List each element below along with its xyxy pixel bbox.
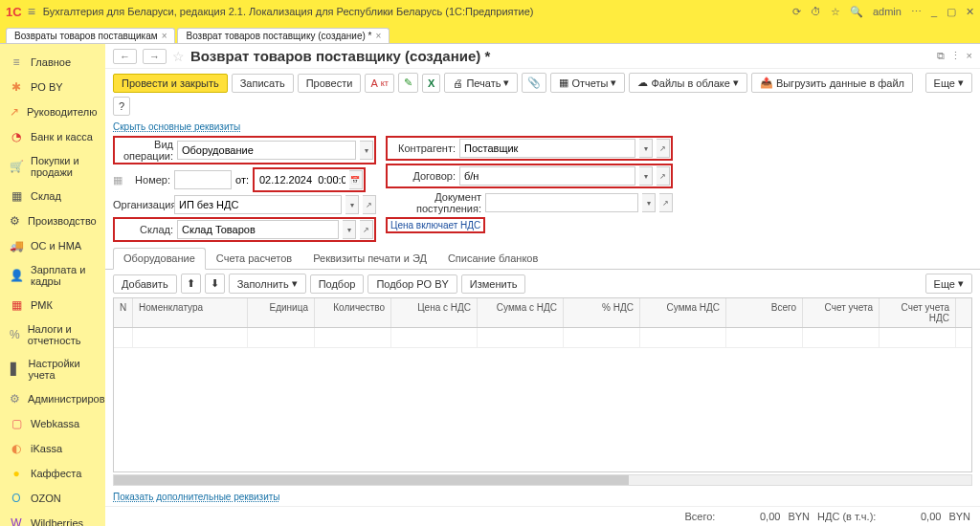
grid-column-header[interactable]: Номенклатура: [133, 298, 248, 327]
dropdown-icon[interactable]: ▾: [639, 139, 653, 158]
tab-close-icon[interactable]: ×: [376, 31, 382, 41]
warehouse-input[interactable]: [177, 220, 339, 239]
grid-column-header[interactable]: Счет учета НДС: [880, 298, 956, 327]
pick-po-button[interactable]: Подбор PO BY: [368, 274, 457, 294]
operation-input[interactable]: [177, 141, 356, 160]
open-icon[interactable]: ↗: [657, 139, 670, 158]
maximize-icon[interactable]: ▢: [947, 6, 956, 18]
receipt-input[interactable]: [485, 193, 638, 212]
help-button[interactable]: ?: [113, 97, 130, 116]
minimize-icon[interactable]: _: [931, 6, 937, 17]
favorite-icon[interactable]: ☆: [831, 6, 840, 18]
user-label[interactable]: admin: [873, 6, 902, 17]
horizontal-scrollbar[interactable]: [113, 474, 972, 486]
sidebar-item[interactable]: ⚙Администрирование: [0, 386, 105, 411]
sidebar-item[interactable]: %Налоги и отчетность: [0, 318, 105, 352]
sidebar-item[interactable]: ≡Главное: [0, 50, 105, 75]
sidebar-item[interactable]: WWildberries: [0, 511, 105, 526]
move-down-button[interactable]: ⬇: [205, 274, 225, 294]
fill-button[interactable]: Заполнить ▾: [229, 274, 306, 294]
date-input[interactable]: [256, 170, 349, 189]
options-icon[interactable]: ⋯: [911, 6, 922, 18]
doc-tab[interactable]: Счета расчетов: [206, 248, 302, 269]
search-icon[interactable]: 🔍: [850, 6, 863, 18]
open-icon[interactable]: ↗: [363, 195, 376, 214]
excel-button[interactable]: X: [422, 74, 440, 93]
sidebar-item[interactable]: ▦Склад: [0, 184, 105, 208]
pick-button[interactable]: Подбор: [310, 274, 365, 294]
barcode-icon[interactable]: ▦: [113, 174, 128, 186]
price-includes-vat-link[interactable]: Цена включает НДС: [386, 217, 485, 233]
grid-column-header[interactable]: Счет учета: [803, 298, 880, 327]
sidebar-item[interactable]: ▋Настройки учета: [0, 352, 105, 386]
print-button[interactable]: 🖨 Печать ▾: [444, 73, 518, 93]
post-and-close-button[interactable]: Провести и закрыть: [113, 74, 228, 93]
calendar-icon[interactable]: 📅: [349, 170, 363, 189]
dropdown-icon[interactable]: ▾: [639, 166, 653, 186]
doc-tab[interactable]: Списание бланков: [437, 248, 548, 269]
sidebar-item[interactable]: OOZON: [0, 486, 105, 511]
open-icon[interactable]: ↗: [360, 220, 373, 239]
org-input[interactable]: [174, 195, 342, 214]
sidebar-item[interactable]: ◐iKassa: [0, 436, 105, 461]
post-button[interactable]: Провести: [298, 74, 362, 93]
favorite-star-icon[interactable]: ☆: [172, 49, 185, 64]
show-additional-link[interactable]: Показать дополнительные реквизиты: [105, 488, 980, 506]
sidebar-item[interactable]: ▢Webkassa: [0, 411, 105, 436]
sidebar-item[interactable]: ⚙Производство: [0, 208, 105, 233]
move-up-button[interactable]: ⬆: [181, 274, 201, 294]
doc-tab[interactable]: Оборудование: [113, 248, 206, 270]
grid-body[interactable]: [113, 328, 972, 472]
doc-tab[interactable]: Реквизиты печати и ЭД: [302, 248, 437, 269]
close-doc-icon[interactable]: ×: [967, 50, 972, 62]
nav-back-button[interactable]: ←: [113, 49, 137, 64]
grid-column-header[interactable]: Единица: [248, 298, 315, 327]
nav-forward-button[interactable]: →: [143, 49, 167, 64]
sidebar-item[interactable]: ▦РМК: [0, 293, 105, 318]
dropdown-icon[interactable]: ▾: [642, 193, 656, 212]
more-button[interactable]: Еще ▾: [925, 73, 972, 93]
structure-button[interactable]: Акт: [365, 74, 394, 93]
print-preview-button[interactable]: ✎: [398, 73, 418, 93]
sidebar-item[interactable]: ●Каффеста: [0, 461, 105, 486]
grid-column-header[interactable]: N: [114, 298, 133, 327]
attach-button[interactable]: 📎: [522, 73, 546, 93]
cloud-files-button[interactable]: ☁ Файлы в облаке ▾: [629, 73, 746, 93]
edit-row-button[interactable]: Изменить: [461, 274, 526, 294]
grid-empty-row[interactable]: [114, 328, 971, 348]
sidebar-item[interactable]: 🚚ОС и НМА: [0, 233, 105, 258]
window-tab[interactable]: Возврат товаров поставщику (создание) * …: [177, 28, 390, 43]
grid-column-header[interactable]: % НДС: [564, 298, 640, 327]
open-icon[interactable]: ↗: [657, 166, 670, 186]
history-icon[interactable]: ⏱: [811, 6, 821, 17]
menu-icon[interactable]: ≡: [28, 4, 35, 19]
tab-close-icon[interactable]: ×: [162, 31, 167, 41]
sidebar-item[interactable]: 👤Зарплата и кадры: [0, 258, 105, 293]
save-button[interactable]: Записать: [232, 74, 294, 93]
window-tab[interactable]: Возвраты товаров поставщикам ×: [6, 28, 175, 43]
close-icon[interactable]: ✕: [966, 6, 974, 18]
contract-input[interactable]: [459, 166, 635, 186]
export-file-button[interactable]: 📤 Выгрузить данные в файл: [751, 73, 913, 93]
detach-icon[interactable]: ⧉: [937, 50, 945, 62]
contractor-input[interactable]: [459, 139, 635, 158]
hide-requisites-link[interactable]: Скрыть основные реквизиты: [105, 120, 980, 134]
activity-icon[interactable]: ⟳: [792, 6, 801, 18]
grid-column-header[interactable]: Сумма НДС: [640, 298, 726, 327]
sidebar-item[interactable]: ↗Руководителю: [0, 99, 105, 124]
add-row-button[interactable]: Добавить: [113, 274, 177, 294]
sidebar-item[interactable]: 🛒Покупки и продажи: [0, 149, 105, 184]
open-icon[interactable]: ↗: [659, 193, 673, 212]
grid-column-header[interactable]: Всего: [726, 298, 803, 327]
dropdown-icon[interactable]: ▾: [360, 141, 373, 160]
grid-column-header[interactable]: Цена с НДС: [391, 298, 478, 327]
sidebar-item[interactable]: ◔Банк и касса: [0, 124, 105, 149]
table-more-button[interactable]: Еще ▾: [925, 274, 972, 294]
grid-column-header[interactable]: Количество: [315, 298, 391, 327]
grid-column-header[interactable]: Сумма с НДС: [478, 298, 564, 327]
number-input[interactable]: [174, 170, 232, 189]
menu-dots-icon[interactable]: ⋮: [950, 50, 961, 62]
dropdown-icon[interactable]: ▾: [345, 195, 359, 214]
reports-button[interactable]: ▦ Отчеты ▾: [550, 73, 625, 93]
sidebar-item[interactable]: ✱PO BY: [0, 75, 105, 99]
